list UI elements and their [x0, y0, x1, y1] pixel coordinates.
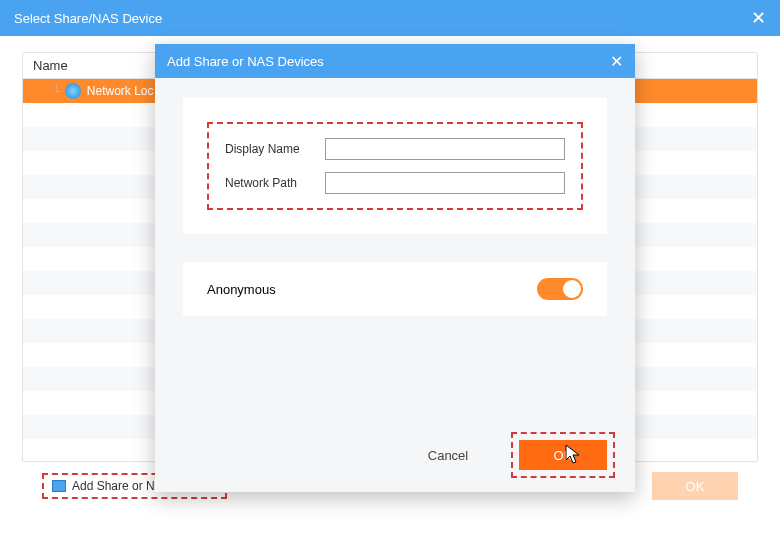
- network-path-input[interactable]: [325, 172, 565, 194]
- network-path-row: Network Path: [225, 172, 565, 194]
- form-highlight-region: Display Name Network Path: [207, 122, 583, 210]
- ok-button[interactable]: OK: [519, 440, 607, 470]
- modal-title: Add Share or NAS Devices: [167, 54, 324, 69]
- modal-titlebar: Add Share or NAS Devices ✕: [155, 44, 635, 78]
- add-share-nas-dialog: Add Share or NAS Devices ✕ Display Name …: [155, 44, 635, 492]
- toggle-knob: [563, 280, 581, 298]
- tree-elbow-icon: └: [53, 85, 61, 97]
- list-item-label: Network Loc: [87, 84, 154, 98]
- display-name-input[interactable]: [325, 138, 565, 160]
- anonymous-panel: Anonymous: [183, 262, 607, 316]
- storage-icon: [52, 480, 66, 492]
- form-panel: Display Name Network Path: [183, 98, 607, 234]
- cancel-button[interactable]: Cancel: [405, 441, 491, 469]
- display-name-row: Display Name: [225, 138, 565, 160]
- close-icon[interactable]: ✕: [610, 52, 623, 71]
- ok-highlight-region: OK: [511, 432, 615, 478]
- parent-titlebar: Select Share/NAS Device ✕: [0, 0, 780, 36]
- ok-button-disabled: OK: [652, 472, 738, 500]
- modal-body: Display Name Network Path Anonymous: [155, 78, 635, 326]
- anonymous-label: Anonymous: [207, 282, 276, 297]
- close-icon[interactable]: ✕: [751, 7, 766, 29]
- anonymous-toggle[interactable]: [537, 278, 583, 300]
- network-path-label: Network Path: [225, 176, 317, 190]
- display-name-label: Display Name: [225, 142, 317, 156]
- modal-footer: Cancel OK: [405, 432, 615, 478]
- parent-title: Select Share/NAS Device: [14, 11, 162, 26]
- globe-icon: [65, 83, 81, 99]
